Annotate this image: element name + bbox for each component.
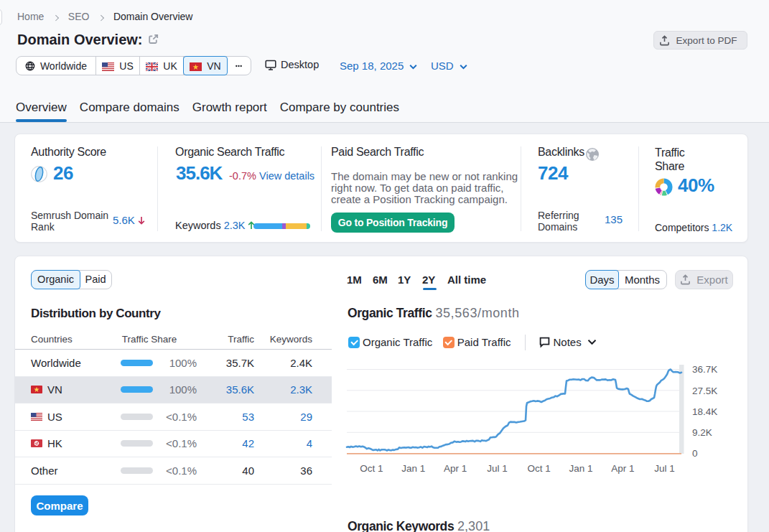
svg-text:Oct 1: Oct 1	[528, 463, 551, 474]
svg-text:Apr 1: Apr 1	[611, 463, 634, 474]
svg-text:18.4K: 18.4K	[692, 406, 717, 417]
svg-text:Apr 1: Apr 1	[444, 463, 467, 474]
svg-text:36.7K: 36.7K	[692, 364, 717, 375]
svg-text:9.2K: 9.2K	[692, 427, 712, 438]
svg-text:Jan 1: Jan 1	[569, 463, 592, 474]
svg-text:Jan 1: Jan 1	[401, 463, 425, 474]
svg-text:Jul 1: Jul 1	[487, 463, 508, 474]
svg-text:Jul 1: Jul 1	[654, 463, 675, 474]
svg-text:Oct 1: Oct 1	[360, 463, 383, 474]
svg-text:27.5K: 27.5K	[692, 386, 717, 396]
svg-text:0: 0	[692, 448, 698, 459]
